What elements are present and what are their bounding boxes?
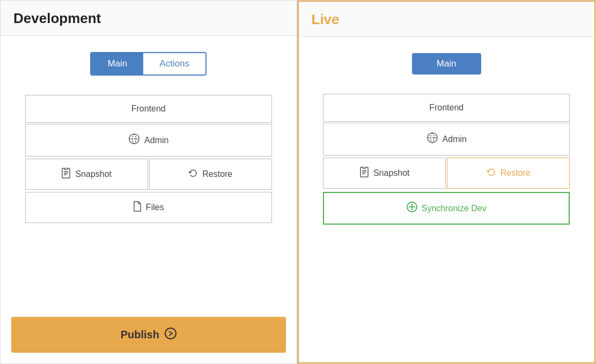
live-panel: Live Main Frontend Admin xyxy=(298,1,596,363)
sync-icon-live xyxy=(407,202,417,215)
dev-snapshot-restore-row: Snapshot Restore xyxy=(25,159,272,190)
live-panel-body: Main Frontend Admin Snaps xyxy=(299,37,595,362)
dev-panel-header: Development xyxy=(1,1,297,36)
live-snapshot-button[interactable]: Snapshot xyxy=(323,158,446,189)
restore-icon-dev xyxy=(188,168,198,180)
dev-publish-label: Publish xyxy=(121,329,159,341)
live-frontend-button[interactable]: Frontend xyxy=(323,94,570,122)
dev-files-label: Files xyxy=(146,203,164,212)
dev-snapshot-button[interactable]: Snapshot xyxy=(25,159,148,190)
live-admin-button[interactable]: Admin xyxy=(323,123,570,155)
live-restore-label: Restore xyxy=(501,168,531,178)
restore-icon-live xyxy=(487,167,496,179)
live-frontend-label: Frontend xyxy=(429,103,463,113)
dev-restore-label: Restore xyxy=(202,169,232,179)
svg-rect-5 xyxy=(64,168,68,169)
dev-snapshot-label: Snapshot xyxy=(75,169,112,179)
dev-tab-group: Main Actions xyxy=(90,52,207,76)
dev-publish-area: Publish xyxy=(1,317,297,363)
dev-panel-title: Development xyxy=(13,10,101,26)
development-panel: Development Main Actions Frontend Admin xyxy=(1,1,298,363)
dev-admin-label: Admin xyxy=(144,136,168,145)
dev-panel-body: Main Actions Frontend Admin xyxy=(1,36,297,317)
dev-restore-button[interactable]: Restore xyxy=(149,159,272,190)
files-icon-dev xyxy=(133,201,142,214)
dev-publish-button[interactable]: Publish xyxy=(11,317,286,353)
svg-point-6 xyxy=(165,328,176,339)
live-snapshot-restore-row: Snapshot Restore xyxy=(323,158,570,189)
live-tab-main[interactable]: Main xyxy=(412,53,481,75)
dev-files-wrapper: Files xyxy=(25,192,272,224)
live-panel-title: Live xyxy=(312,11,340,27)
live-snapshot-label: Snapshot xyxy=(373,168,410,178)
snapshot-icon-dev xyxy=(61,168,71,181)
svg-rect-12 xyxy=(363,167,366,168)
dev-frontend-label: Frontend xyxy=(131,104,166,114)
publish-arrow-icon xyxy=(165,328,176,342)
dev-frontend-button[interactable]: Frontend xyxy=(25,95,272,123)
live-restore-button[interactable]: Restore xyxy=(447,158,570,189)
dev-tab-actions[interactable]: Actions xyxy=(143,53,205,75)
live-tab-group: Main xyxy=(412,53,481,75)
live-buttons-stack: Frontend Admin xyxy=(323,94,570,157)
snapshot-icon-live xyxy=(359,167,369,180)
dev-files-button[interactable]: Files xyxy=(25,192,272,223)
dev-admin-button[interactable]: Admin xyxy=(25,124,272,157)
live-panel-header: Live xyxy=(299,2,595,37)
main-container: Development Main Actions Frontend Admin xyxy=(0,0,596,364)
dev-tab-main[interactable]: Main xyxy=(91,53,143,75)
live-synchronize-label: Synchronize Dev xyxy=(422,204,487,213)
dev-buttons-stack: Frontend Admin xyxy=(25,95,272,158)
wordpress-icon-live xyxy=(426,132,438,146)
live-admin-label: Admin xyxy=(443,135,467,144)
live-synchronize-button[interactable]: Synchronize Dev xyxy=(323,192,570,225)
wordpress-icon-dev xyxy=(128,133,140,147)
